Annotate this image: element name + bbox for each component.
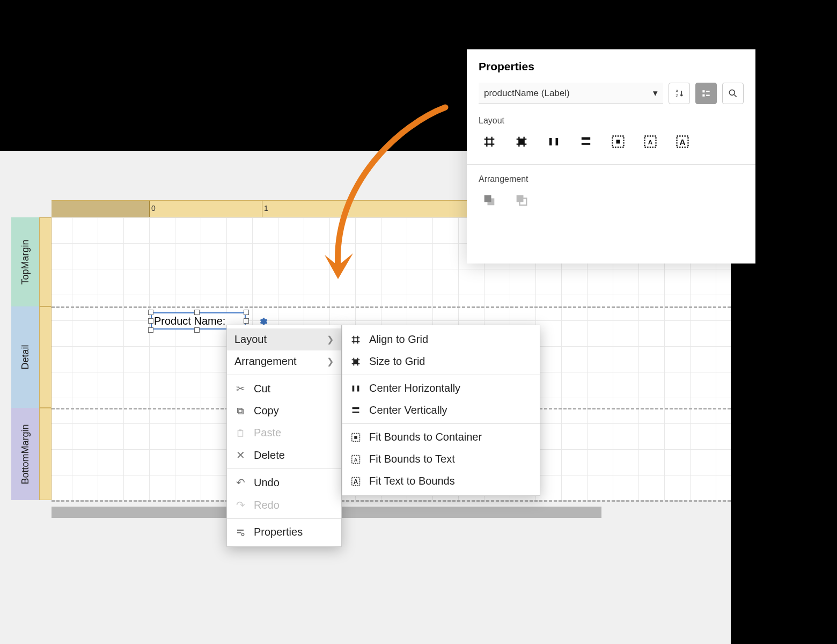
menu-item-arrangement[interactable]: Arrangement ❯ bbox=[227, 350, 341, 372]
undo-icon: ↶ bbox=[234, 476, 246, 489]
chevron-right-icon: ❯ bbox=[327, 334, 334, 345]
fit-bounds-container-button[interactable] bbox=[610, 133, 627, 150]
label-text: Product Name: bbox=[154, 315, 225, 327]
menu-item-label: Align to Grid bbox=[369, 333, 532, 346]
resize-handle[interactable] bbox=[244, 318, 249, 324]
menu-item-size-to-grid[interactable]: Size to Grid bbox=[342, 350, 540, 372]
band-ruler-detail bbox=[39, 306, 52, 408]
svg-rect-11 bbox=[353, 411, 359, 413]
menu-item-redo: ↷ Redo bbox=[227, 494, 341, 516]
menu-item-label: Center Horizontally bbox=[369, 382, 532, 394]
svg-rect-25 bbox=[519, 139, 524, 144]
menu-item-label: Copy bbox=[254, 405, 334, 417]
sort-az-button[interactable]: AZ bbox=[669, 83, 690, 104]
menu-item-label: Fit Bounds to Text bbox=[369, 453, 532, 465]
menu-item-label: Redo bbox=[254, 499, 334, 511]
svg-rect-7 bbox=[354, 360, 357, 363]
svg-rect-26 bbox=[549, 138, 552, 145]
properties-panel: Properties productName (Label) ▾ AZ Layo… bbox=[467, 49, 755, 264]
svg-text:A: A bbox=[648, 138, 653, 145]
element-selector-dropdown[interactable]: productName (Label) ▾ bbox=[479, 83, 663, 104]
layout-icon-row: A A bbox=[479, 133, 744, 150]
fit-text-bounds-button[interactable]: A bbox=[674, 133, 691, 150]
band-separator[interactable] bbox=[52, 500, 731, 502]
center-horizontal-button[interactable] bbox=[545, 133, 562, 150]
svg-rect-23 bbox=[706, 95, 710, 97]
svg-text:A: A bbox=[354, 478, 358, 485]
menu-item-center-vertically[interactable]: Center Vertically bbox=[342, 399, 540, 421]
resize-handle[interactable] bbox=[148, 318, 153, 324]
resize-handle[interactable] bbox=[194, 310, 200, 315]
band-label: BottomMargin bbox=[20, 424, 31, 484]
band-header-bottommargin[interactable]: BottomMargin bbox=[11, 408, 39, 500]
menu-item-label: Size to Grid bbox=[369, 355, 532, 368]
menu-item-align-to-grid[interactable]: Align to Grid bbox=[342, 328, 540, 350]
svg-rect-4 bbox=[237, 529, 244, 530]
size-to-grid-button[interactable] bbox=[513, 133, 530, 150]
band-ruler-topmargin bbox=[39, 217, 52, 306]
svg-rect-31 bbox=[616, 140, 620, 144]
svg-text:A: A bbox=[354, 457, 358, 462]
chevron-down-icon: ▾ bbox=[653, 87, 658, 99]
menu-item-label: Layout bbox=[234, 333, 319, 346]
section-label-arrangement: Arrangement bbox=[479, 174, 744, 184]
menu-item-paste: Paste bbox=[227, 422, 341, 444]
menu-item-delete[interactable]: ✕ Delete bbox=[227, 444, 341, 466]
band-ruler-bottommargin bbox=[39, 408, 52, 500]
menu-item-label: Paste bbox=[254, 427, 334, 439]
menu-item-label: Center Vertically bbox=[369, 404, 532, 416]
svg-rect-9 bbox=[357, 385, 359, 391]
menu-item-properties[interactable]: Properties bbox=[227, 521, 341, 543]
resize-handle[interactable] bbox=[194, 327, 200, 333]
properties-icon bbox=[234, 528, 246, 537]
context-menu: Layout ❯ Arrangement ❯ ✂ Cut Copy Paste … bbox=[226, 325, 342, 547]
fit-bounds-container-icon bbox=[350, 431, 362, 443]
resize-handle[interactable] bbox=[148, 310, 153, 315]
band-header-detail[interactable]: Detail bbox=[11, 306, 39, 408]
center-vertical-button[interactable] bbox=[577, 133, 594, 150]
menu-item-copy[interactable]: Copy bbox=[227, 400, 341, 422]
svg-point-24 bbox=[729, 90, 735, 95]
section-label-layout: Layout bbox=[479, 116, 744, 126]
menu-item-cut[interactable]: ✂ Cut bbox=[227, 377, 341, 400]
menu-item-label: Delete bbox=[254, 449, 334, 462]
svg-rect-5 bbox=[237, 532, 241, 533]
resize-handle[interactable] bbox=[244, 310, 249, 315]
menu-item-fit-text-bounds[interactable]: A Fit Text to Bounds bbox=[342, 470, 540, 492]
band-separator[interactable] bbox=[52, 306, 731, 308]
menu-item-fit-bounds-text[interactable]: A Fit Bounds to Text bbox=[342, 448, 540, 470]
send-backward-button[interactable] bbox=[513, 192, 530, 209]
menu-item-undo[interactable]: ↶ Undo bbox=[227, 471, 341, 494]
fit-bounds-text-button[interactable]: A bbox=[642, 133, 659, 150]
menu-item-label: Cut bbox=[254, 383, 334, 395]
resize-handle[interactable] bbox=[148, 327, 153, 333]
svg-rect-20 bbox=[702, 90, 704, 92]
menu-item-fit-bounds-container[interactable]: Fit Bounds to Container bbox=[342, 426, 540, 448]
band-label: Detail bbox=[20, 345, 31, 369]
band-header-topmargin[interactable]: TopMargin bbox=[11, 217, 39, 306]
align-to-grid-icon bbox=[350, 334, 362, 346]
bring-forward-button[interactable] bbox=[481, 192, 498, 209]
menu-item-layout[interactable]: Layout ❯ bbox=[227, 328, 341, 350]
context-submenu-layout: Align to Grid Size to Grid Center Horizo… bbox=[342, 325, 540, 496]
svg-rect-8 bbox=[353, 385, 355, 391]
menu-item-center-horizontally[interactable]: Center Horizontally bbox=[342, 377, 540, 399]
category-view-button[interactable] bbox=[695, 83, 717, 104]
svg-rect-37 bbox=[484, 195, 491, 202]
menu-separator bbox=[342, 375, 540, 375]
svg-rect-10 bbox=[353, 407, 359, 409]
cut-icon: ✂ bbox=[234, 382, 246, 395]
svg-rect-21 bbox=[702, 94, 704, 97]
menu-separator bbox=[342, 423, 540, 424]
delete-icon: ✕ bbox=[234, 449, 246, 462]
fit-bounds-text-icon: A bbox=[350, 453, 362, 465]
band-label: TopMargin bbox=[20, 239, 31, 284]
align-to-grid-button[interactable] bbox=[481, 133, 498, 150]
center-vertical-icon bbox=[350, 405, 362, 416]
dropdown-value: productName (Label) bbox=[484, 88, 570, 99]
paste-icon bbox=[234, 428, 246, 438]
search-button[interactable] bbox=[722, 83, 744, 104]
svg-rect-0 bbox=[239, 409, 243, 414]
redo-icon: ↷ bbox=[234, 499, 246, 511]
ruler-tick-label: 1 bbox=[264, 204, 268, 213]
